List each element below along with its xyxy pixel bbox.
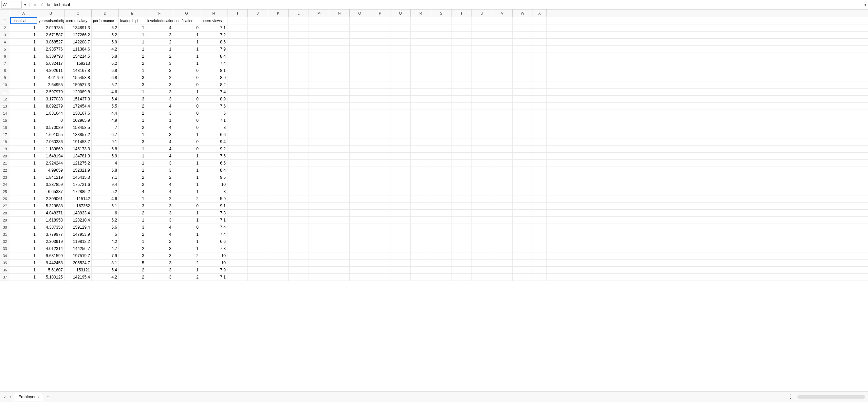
cell-12-X[interactable] <box>533 96 547 102</box>
cell-34-O[interactable] <box>350 252 370 259</box>
cell-31-S[interactable] <box>431 231 451 238</box>
cell-23-A[interactable]: 1 <box>10 174 37 181</box>
cell-11-N[interactable] <box>329 89 350 95</box>
cell-7-V[interactable] <box>492 60 513 67</box>
cell-34-T[interactable] <box>451 252 472 259</box>
cell-33-I[interactable] <box>227 245 248 252</box>
header-cell-Q[interactable] <box>390 17 411 24</box>
cell-33-G[interactable]: 1 <box>173 245 200 252</box>
cell-12-R[interactable] <box>411 96 431 102</box>
cell-5-A[interactable]: 1 <box>10 46 37 53</box>
cell-28-W[interactable] <box>513 210 533 216</box>
cell-16-T[interactable] <box>451 124 472 131</box>
cell-35-J[interactable] <box>248 260 268 266</box>
cell-35-I[interactable] <box>227 260 248 266</box>
cell-35-V[interactable] <box>492 260 513 266</box>
cell-37-E[interactable]: 2 <box>119 274 146 281</box>
cell-3-B[interactable]: 2.671587 <box>37 32 64 38</box>
cell-27-H[interactable]: 9.1 <box>200 203 227 209</box>
cell-33-E[interactable]: 2 <box>119 245 146 252</box>
cell-13-K[interactable] <box>268 103 289 110</box>
cell-22-R[interactable] <box>411 167 431 174</box>
cell-8-T[interactable] <box>451 67 472 74</box>
cell-34-J[interactable] <box>248 252 268 259</box>
cell-25-S[interactable] <box>431 188 451 195</box>
cell-12-Q[interactable] <box>390 96 411 102</box>
cell-28-R[interactable] <box>411 210 431 216</box>
cell-37-B[interactable]: 5.180125 <box>37 274 64 281</box>
cell-8-A[interactable]: 1 <box>10 67 37 74</box>
cell-22-D[interactable]: 6.8 <box>92 167 119 174</box>
cell-2-A[interactable]: 1 <box>10 24 37 31</box>
cell-6-R[interactable] <box>411 53 431 60</box>
cell-9-I[interactable] <box>227 74 248 81</box>
col-header-N[interactable]: N <box>329 9 350 17</box>
cell-25-A[interactable]: 1 <box>10 188 37 195</box>
cell-30-B[interactable]: 4.387358 <box>37 224 64 231</box>
cell-25-Q[interactable] <box>390 188 411 195</box>
cell-29-A[interactable]: 1 <box>10 217 37 224</box>
cell-26-D[interactable]: 4.6 <box>92 195 119 202</box>
cell-24-B[interactable]: 3.237859 <box>37 181 64 188</box>
cell-26-G[interactable]: 2 <box>173 195 200 202</box>
cell-4-U[interactable] <box>472 39 492 45</box>
cell-12-O[interactable] <box>350 96 370 102</box>
cell-7-F[interactable]: 3 <box>146 60 173 67</box>
cell-15-V[interactable] <box>492 117 513 124</box>
cell-25-W[interactable] <box>513 188 533 195</box>
cell-25-L[interactable] <box>289 188 309 195</box>
cell-12-P[interactable] <box>370 96 390 102</box>
cell-36-H[interactable]: 7.9 <box>200 267 227 273</box>
cell-30-H[interactable]: 7.4 <box>200 224 227 231</box>
cell-8-M[interactable] <box>309 67 329 74</box>
header-cell-N[interactable] <box>329 17 350 24</box>
cell-17-O[interactable] <box>350 131 370 138</box>
cell-29-E[interactable]: 1 <box>119 217 146 224</box>
cell-35-F[interactable]: 3 <box>146 260 173 266</box>
cell-21-J[interactable] <box>248 160 268 167</box>
cell-29-W[interactable] <box>513 217 533 224</box>
cell-4-Q[interactable] <box>390 39 411 45</box>
cell-13-H[interactable]: 7.6 <box>200 103 227 110</box>
cell-14-I[interactable] <box>227 110 248 117</box>
cell-35-M[interactable] <box>309 260 329 266</box>
cell-28-A[interactable]: 1 <box>10 210 37 216</box>
cell-30-X[interactable] <box>533 224 547 231</box>
cell-12-I[interactable] <box>227 96 248 102</box>
cell-7-R[interactable] <box>411 60 431 67</box>
cell-8-C[interactable]: 148167.8 <box>64 67 92 74</box>
cell-14-C[interactable]: 130167.6 <box>64 110 92 117</box>
cell-30-Q[interactable] <box>390 224 411 231</box>
cell-16-J[interactable] <box>248 124 268 131</box>
header-cell-K[interactable] <box>268 17 289 24</box>
cell-36-A[interactable]: 1 <box>10 267 37 273</box>
cell-27-F[interactable]: 3 <box>146 203 173 209</box>
cell-27-I[interactable] <box>227 203 248 209</box>
cell-20-F[interactable]: 4 <box>146 153 173 159</box>
cell-19-D[interactable]: 6.8 <box>92 146 119 152</box>
cell-12-D[interactable]: 5.4 <box>92 96 119 102</box>
cell-2-K[interactable] <box>268 24 289 31</box>
cell-25-B[interactable]: 6.65337 <box>37 188 64 195</box>
cell-5-F[interactable]: 1 <box>146 46 173 53</box>
cell-10-N[interactable] <box>329 81 350 88</box>
cell-17-S[interactable] <box>431 131 451 138</box>
cell-32-E[interactable]: 1 <box>119 238 146 245</box>
cell-27-A[interactable]: 1 <box>10 203 37 209</box>
cell-20-A[interactable]: 1 <box>10 153 37 159</box>
cell-24-Q[interactable] <box>390 181 411 188</box>
cell-3-A[interactable]: 1 <box>10 32 37 38</box>
cell-4-D[interactable]: 5.9 <box>92 39 119 45</box>
cell-36-T[interactable] <box>451 267 472 273</box>
cell-26-Q[interactable] <box>390 195 411 202</box>
cell-9-H[interactable]: 8.9 <box>200 74 227 81</box>
cell-3-P[interactable] <box>370 32 390 38</box>
cell-17-N[interactable] <box>329 131 350 138</box>
cell-10-J[interactable] <box>248 81 268 88</box>
cell-37-Q[interactable] <box>390 274 411 281</box>
cell-21-I[interactable] <box>227 160 248 167</box>
cell-11-R[interactable] <box>411 89 431 95</box>
cell-6-X[interactable] <box>533 53 547 60</box>
cell-18-G[interactable]: 0 <box>173 138 200 145</box>
cell-28-F[interactable]: 3 <box>146 210 173 216</box>
